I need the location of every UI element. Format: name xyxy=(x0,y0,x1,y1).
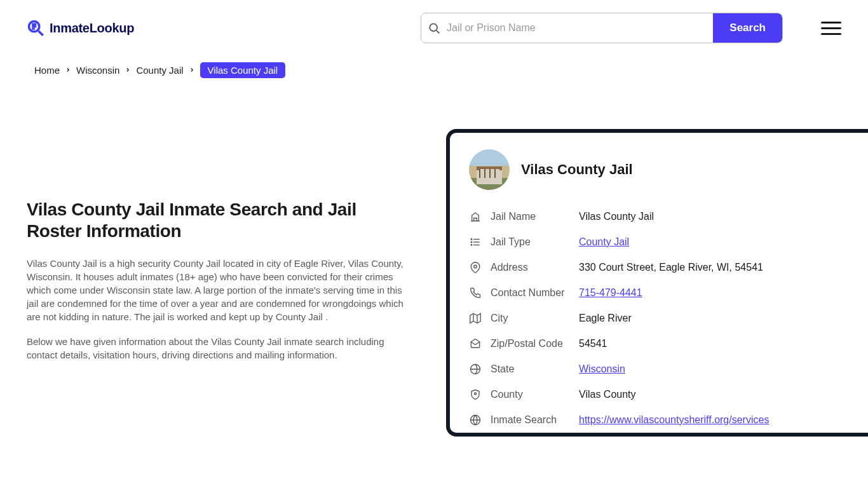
info-value: Vilas County Jail xyxy=(579,211,654,222)
shield-icon xyxy=(469,388,482,401)
map-icon xyxy=(469,312,482,325)
info-value[interactable]: 715-479-4441 xyxy=(579,287,642,299)
info-value: Vilas County xyxy=(579,389,636,400)
pin-icon xyxy=(469,261,482,274)
card-title: Vilas County Jail xyxy=(521,161,633,178)
list-icon xyxy=(469,236,482,248)
svg-point-18 xyxy=(475,393,477,395)
jail-photo xyxy=(469,149,510,190)
info-label: City xyxy=(491,313,570,324)
info-label: Zip/Postal Code xyxy=(491,338,570,349)
page-title: Vilas County Jail Inmate Search and Jail… xyxy=(27,199,408,241)
chevron-right-icon xyxy=(189,66,195,75)
globe-icon xyxy=(469,363,482,376)
breadcrumb: Home Wisconsin County Jail Vilas County … xyxy=(0,56,868,91)
info-row: CountyVilas County xyxy=(450,382,868,407)
right-column: Vilas County Jail Jail NameVilas County … xyxy=(446,129,868,437)
info-label: Inmate Search xyxy=(491,414,570,426)
main-content: Vilas County Jail Inmate Search and Jail… xyxy=(0,91,868,437)
svg-point-11 xyxy=(471,241,472,243)
info-value[interactable]: County Jail xyxy=(579,236,629,248)
description-para-1: Vilas County Jail is a high security Cou… xyxy=(27,257,408,323)
site-logo[interactable]: InmateLookup xyxy=(27,19,134,37)
description-para-2: Below we have given information about th… xyxy=(27,335,408,362)
info-value: 54541 xyxy=(579,338,607,349)
phone-icon xyxy=(469,287,482,299)
site-header: InmateLookup Search xyxy=(0,0,868,56)
svg-point-13 xyxy=(474,265,477,268)
search-icon xyxy=(421,22,447,34)
info-label: Contact Number xyxy=(491,287,570,299)
chevron-right-icon xyxy=(125,66,131,75)
svg-line-1 xyxy=(39,31,43,36)
info-value: Eagle River xyxy=(579,313,632,324)
chevron-right-icon xyxy=(65,66,71,75)
info-value[interactable]: Wisconsin xyxy=(579,363,625,375)
info-value: 330 Court Street, Eagle River, WI, 54541 xyxy=(579,262,763,273)
info-label: State xyxy=(491,363,570,375)
info-row: StateWisconsin xyxy=(450,356,868,382)
magnifier-logo-icon xyxy=(27,19,44,37)
breadcrumb-current: Vilas County Jail xyxy=(200,62,286,78)
hamburger-menu-icon[interactable] xyxy=(821,18,841,38)
info-row: Zip/Postal Code54541 xyxy=(450,331,868,356)
info-row: CityEagle River xyxy=(450,306,868,331)
svg-point-10 xyxy=(471,239,472,240)
svg-line-6 xyxy=(437,30,439,33)
logo-text: InmateLookup xyxy=(50,21,134,36)
info-value[interactable]: https://www.vilascountysheriff.org/servi… xyxy=(579,414,769,426)
breadcrumb-home[interactable]: Home xyxy=(34,65,60,76)
search-input[interactable] xyxy=(447,13,713,43)
envelope-icon xyxy=(469,337,482,350)
info-row: Contact Number715-479-4441 xyxy=(450,280,868,306)
breadcrumb-type[interactable]: County Jail xyxy=(136,65,183,76)
jail-info-card: Vilas County Jail Jail NameVilas County … xyxy=(446,129,868,437)
info-label: Jail Type xyxy=(491,236,570,248)
building-icon xyxy=(469,210,482,223)
svg-marker-14 xyxy=(470,314,481,323)
info-row: Inmate Searchhttps://www.vilascountysher… xyxy=(450,407,868,433)
left-column: Vilas County Jail Inmate Search and Jail… xyxy=(27,129,408,437)
svg-point-5 xyxy=(430,24,437,31)
info-label: Jail Name xyxy=(491,211,570,222)
info-row: Jail NameVilas County Jail xyxy=(450,204,868,229)
web-icon xyxy=(469,414,482,426)
search-wrap: Search xyxy=(421,13,783,43)
info-label: County xyxy=(491,389,570,400)
breadcrumb-state[interactable]: Wisconsin xyxy=(76,65,119,76)
info-row: Jail TypeCounty Jail xyxy=(450,229,868,255)
search-button[interactable]: Search xyxy=(713,13,782,43)
info-label: Address xyxy=(491,262,570,273)
svg-point-12 xyxy=(471,245,472,246)
info-row: Address330 Court Street, Eagle River, WI… xyxy=(450,255,868,280)
card-header: Vilas County Jail xyxy=(450,133,868,204)
